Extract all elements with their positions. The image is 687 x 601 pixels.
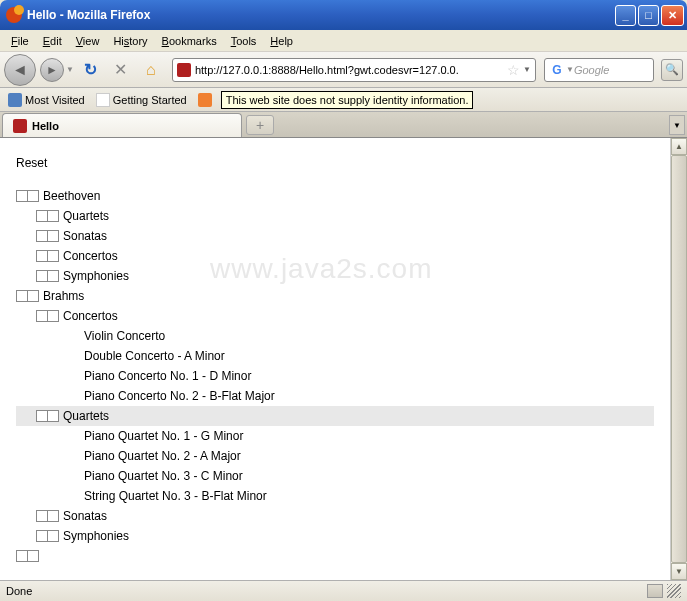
tree-label: Sonatas [63,229,107,243]
identity-tooltip: This web site does not supply identity i… [221,91,474,109]
rss-icon [198,93,212,107]
menu-view[interactable]: View [69,33,107,49]
tree-toggle[interactable] [36,410,59,422]
bookmark-star-icon[interactable]: ☆ [507,62,520,78]
tabs-dropdown[interactable]: ▼ [669,115,685,135]
content-wrapper: www.java2s.com Reset BeethovenQuartetsSo… [0,138,687,580]
menu-bookmarks[interactable]: Bookmarks [155,33,224,49]
menu-history[interactable]: History [106,33,154,49]
tree-label: Piano Quartet No. 1 - G Minor [84,429,243,443]
stop-button[interactable]: ✕ [111,60,131,80]
tree-toggle[interactable] [16,190,39,202]
tree-toggle[interactable] [36,310,59,322]
minimize-button[interactable]: _ [615,5,636,26]
checkbox-icon[interactable] [27,290,39,302]
tab-favicon [13,119,27,133]
tree-row[interactable]: Quartets [16,406,654,426]
tab-active[interactable]: Hello [2,113,242,137]
home-button[interactable]: ⌂ [141,60,161,80]
tree-row[interactable]: Symphonies [16,526,654,546]
menu-tools[interactable]: Tools [224,33,264,49]
scroll-track[interactable] [671,155,687,563]
search-placeholder: Google [574,64,649,76]
checkbox-icon[interactable] [47,530,59,542]
google-icon[interactable]: G [549,62,565,78]
bookmark-getting-started[interactable]: Getting Started [92,91,191,109]
menu-edit[interactable]: Edit [36,33,69,49]
nav-history-dropdown[interactable]: ▼ [66,65,74,74]
tree-toggle[interactable] [16,550,39,562]
search-engine-dropdown[interactable]: ▼ [566,65,574,74]
back-button[interactable]: ◄ [4,54,36,86]
tree-row[interactable] [16,546,654,566]
tree-row[interactable]: Piano Quartet No. 2 - A Major [16,446,654,466]
tree-row[interactable]: Brahms [16,286,654,306]
checkbox-icon[interactable] [47,250,59,262]
tab-title: Hello [32,120,59,132]
vertical-scrollbar[interactable]: ▲ ▼ [670,138,687,580]
scroll-up-button[interactable]: ▲ [671,138,687,155]
page-content: www.java2s.com Reset BeethovenQuartetsSo… [0,138,670,580]
tree-row[interactable]: Double Concerto - A Minor [16,346,654,366]
tree-label: Piano Quartet No. 3 - C Minor [84,469,243,483]
bookmark-rss[interactable] [194,91,216,109]
tree-toggle[interactable] [36,530,59,542]
tree-row[interactable]: Piano Quartet No. 1 - G Minor [16,426,654,446]
most-visited-icon [8,93,22,107]
close-button[interactable]: ✕ [661,5,684,26]
tree-row[interactable]: Piano Concerto No. 1 - D Minor [16,366,654,386]
tree-toggle[interactable] [16,290,39,302]
tree-row[interactable]: Sonatas [16,506,654,526]
menu-help[interactable]: Help [263,33,300,49]
tree-toggle[interactable] [36,230,59,242]
tree-label: Quartets [63,409,109,423]
checkbox-icon[interactable] [47,210,59,222]
tree-row[interactable]: Beethoven [16,186,654,206]
maximize-button[interactable]: □ [638,5,659,26]
tree-row[interactable]: Piano Quartet No. 3 - C Minor [16,466,654,486]
checkbox-icon[interactable] [47,410,59,422]
reload-button[interactable]: ↻ [81,60,101,80]
tree-row[interactable]: Symphonies [16,266,654,286]
checkbox-icon[interactable] [47,510,59,522]
tree-row[interactable]: Concertos [16,246,654,266]
search-bar[interactable]: G ▼ Google [544,58,654,82]
tree-toggle[interactable] [36,250,59,262]
checkbox-icon[interactable] [27,190,39,202]
url-dropdown-icon[interactable]: ▼ [523,65,531,74]
bookmark-most-visited[interactable]: Most Visited [4,91,89,109]
url-bar[interactable]: http://127.0.0.1:8888/Hello.html?gwt.cod… [172,58,536,82]
tree-toggle[interactable] [36,510,59,522]
site-identity-icon[interactable] [177,63,191,77]
tree-row[interactable]: Concertos [16,306,654,326]
tree-label: Concertos [63,309,118,323]
reset-link[interactable]: Reset [16,156,654,170]
bookmark-label: Most Visited [25,94,85,106]
tree-row[interactable]: Violin Concerto [16,326,654,346]
window-title: Hello - Mozilla Firefox [27,8,615,22]
checkbox-icon[interactable] [47,270,59,282]
tree-row[interactable]: Quartets [16,206,654,226]
tree-label: Symphonies [63,529,129,543]
checkbox-icon[interactable] [27,550,39,562]
firefox-icon [6,7,22,23]
forward-button[interactable]: ► [40,58,64,82]
url-text[interactable]: http://127.0.0.1:8888/Hello.html?gwt.cod… [195,64,504,76]
resize-grip[interactable] [667,584,681,598]
tree-toggle[interactable] [36,270,59,282]
tree-row[interactable]: String Quartet No. 3 - B-Flat Minor [16,486,654,506]
search-go-button[interactable]: 🔍 [661,59,683,81]
scroll-down-button[interactable]: ▼ [671,563,687,580]
menu-file[interactable]: File [4,33,36,49]
checkbox-icon[interactable] [47,230,59,242]
tree-label: Piano Quartet No. 2 - A Major [84,449,241,463]
new-tab-button[interactable]: + [246,115,274,135]
scroll-thumb[interactable] [671,155,687,563]
checkbox-icon[interactable] [47,310,59,322]
tree-label: Beethoven [43,189,100,203]
tree-row[interactable]: Sonatas [16,226,654,246]
tree-label: Piano Concerto No. 2 - B-Flat Major [84,389,275,403]
tree-toggle[interactable] [36,210,59,222]
tree-row[interactable]: Piano Concerto No. 2 - B-Flat Major [16,386,654,406]
tree-label: Brahms [43,289,84,303]
